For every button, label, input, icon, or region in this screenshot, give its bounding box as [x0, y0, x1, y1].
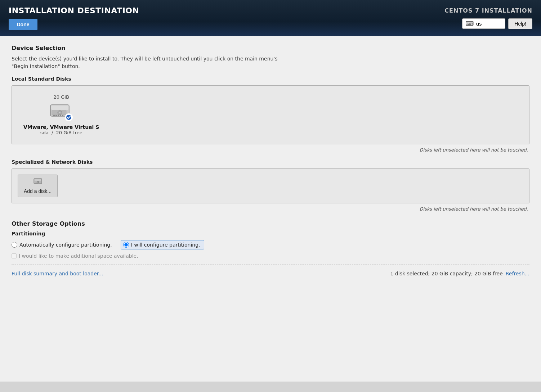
disk-item-sda[interactable]: 20 GiB [18, 91, 105, 138]
keyboard-layout-input[interactable]: ⌨ us [462, 18, 505, 29]
partitioning-radio-group: Automatically configure partitioning. I … [12, 240, 529, 249]
other-storage-title: Other Storage Options [12, 220, 529, 227]
bottom-right: 1 disk selected; 20 GiB capacity; 20 GiB… [390, 271, 529, 276]
manual-partition-option[interactable]: I will configure partitioning. [121, 240, 204, 249]
other-storage-section: Other Storage Options Partitioning Autom… [12, 220, 529, 259]
svg-rect-8 [60, 115, 61, 116]
disk-selected-checkmark [65, 113, 73, 121]
add-disk-label: Add a disk... [24, 188, 52, 194]
auto-partition-option[interactable]: Automatically configure partitioning. [12, 242, 112, 248]
svg-rect-7 [58, 115, 59, 116]
specialized-disks-label: Specialized & Network Disks [12, 159, 529, 165]
partitioning-label: Partitioning [12, 231, 529, 236]
specialized-disks-box: Add a disk... [12, 168, 529, 203]
svg-rect-12 [35, 179, 41, 181]
additional-space-label: I would like to make additional space av… [19, 253, 138, 259]
svg-rect-5 [53, 115, 55, 116]
additional-space-checkbox [12, 253, 17, 258]
app-title: CENTOS 7 INSTALLATION [444, 7, 532, 14]
partitioning-section: Partitioning Automatically configure par… [12, 231, 529, 259]
local-disks-box: 20 GiB [12, 85, 529, 144]
device-selection-description: Select the device(s) you'd like to insta… [12, 55, 336, 70]
header-right: CENTOS 7 INSTALLATION ⌨ us Help! [444, 7, 532, 29]
svg-rect-6 [55, 115, 57, 116]
disk-size: 20 GiB [54, 94, 69, 100]
svg-rect-1 [51, 105, 68, 110]
disk-status-text: 1 disk selected; 20 GiB capacity; 20 GiB… [390, 271, 503, 276]
device-selection-section: Device Selection Select the device(s) yo… [12, 45, 529, 212]
svg-rect-15 [35, 184, 36, 184]
header-left: INSTALLATION DESTINATION Done [9, 6, 139, 30]
svg-rect-16 [36, 184, 37, 184]
local-disks-hint: Disks left unselected here will not be t… [12, 147, 529, 153]
manual-partition-label: I will configure partitioning. [131, 242, 200, 248]
add-disk-icon [33, 178, 42, 187]
disk-info: sda / 20 GiB free [40, 130, 82, 135]
add-disk-button[interactable]: Add a disk... [18, 175, 58, 197]
specialized-disks-hint: Disks left unselected here will not be t… [12, 206, 529, 212]
disk-icon-wrapper [50, 103, 73, 121]
manual-partition-radio[interactable] [123, 242, 129, 248]
main-content: Device Selection Select the device(s) yo… [0, 36, 541, 382]
auto-partition-label: Automatically configure partitioning. [19, 242, 112, 248]
help-button[interactable]: Help! [508, 18, 532, 29]
auto-partition-radio[interactable] [12, 242, 17, 248]
additional-space-option[interactable]: I would like to make additional space av… [12, 253, 529, 259]
header-controls: ⌨ us Help! [462, 18, 532, 29]
refresh-link[interactable]: Refresh... [506, 271, 529, 276]
page-title: INSTALLATION DESTINATION [9, 6, 139, 15]
keyboard-icon: ⌨ [465, 20, 474, 27]
svg-point-14 [37, 182, 38, 183]
disk-name: VMware, VMware Virtual S [23, 124, 99, 130]
local-disks-label: Local Standard Disks [12, 76, 529, 82]
full-disk-summary-link[interactable]: Full disk summary and boot loader... [12, 271, 103, 276]
svg-rect-9 [62, 115, 63, 116]
device-selection-title: Device Selection [12, 45, 529, 51]
header: INSTALLATION DESTINATION Done CENTOS 7 I… [0, 0, 541, 36]
done-button[interactable]: Done [9, 19, 37, 30]
svg-point-4 [59, 112, 61, 113]
keyboard-layout-value: us [476, 21, 482, 27]
bottom-bar: Full disk summary and boot loader... 1 d… [12, 265, 529, 276]
